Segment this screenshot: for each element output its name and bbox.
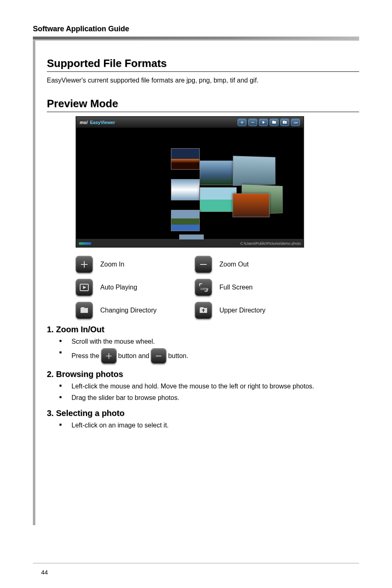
zoom-out-icon (195, 256, 212, 273)
text: button and (118, 351, 150, 361)
instr-bullet: Scroll with the mouse wheel. (71, 337, 359, 347)
legend-label-upper-directory: Upper Directory (219, 307, 265, 314)
legend-label-zoom-in: Zoom In (100, 261, 125, 268)
legend-label-changing-directory: Changing Directory (100, 307, 157, 314)
play-icon (76, 279, 93, 296)
fullscreen-icon[interactable]: 100% (291, 119, 300, 126)
thumbnail (171, 210, 200, 231)
thumbnail (171, 179, 200, 200)
text: button. (168, 351, 188, 361)
folder-up-icon (195, 302, 212, 319)
thumbnail (233, 156, 276, 186)
section-heading-preview: Preview Mode (47, 97, 359, 112)
zoom-in-icon (76, 256, 93, 273)
instr-bullet: Left-click on an image to select it. (71, 420, 359, 430)
thumbnail (200, 187, 237, 212)
screenshot-titlebar: msi EasyViewer 100% (76, 117, 303, 128)
thumbnail (171, 148, 200, 170)
zoom-out-icon[interactable] (248, 119, 257, 126)
section-heading-formats: Supported File Formats (47, 57, 359, 72)
screenshot-brand: msi (80, 120, 88, 125)
zoom-in-icon (101, 348, 117, 364)
text: Press the (71, 351, 99, 361)
header-divider (33, 37, 359, 41)
legend-label-zoom-out: Zoom Out (219, 261, 249, 268)
screenshot-toolbar: 100% (238, 119, 300, 126)
zoom-in-icon[interactable] (238, 119, 247, 126)
instr-bullet: Press the button and button. (71, 348, 359, 364)
fullscreen-icon: 100% (195, 279, 212, 296)
thumbnail (200, 161, 237, 185)
header-title: Software Application Guide (33, 25, 359, 33)
thumbnail (233, 193, 270, 217)
instr-bullet: Drag the slider bar to browse photos. (71, 393, 359, 403)
footer-divider (33, 563, 359, 563)
screenshot-app-name: EasyViewer (90, 120, 115, 125)
page-number: 44 (41, 569, 48, 576)
screenshot-path: C:\Users\Public\Pictures\demo photo (240, 241, 301, 246)
svg-text:100%: 100% (294, 122, 298, 124)
legend-label-full-screen: Full Screen (219, 284, 253, 291)
folder-icon (76, 302, 93, 319)
play-icon[interactable] (259, 119, 268, 126)
zoom-out-icon (151, 348, 166, 364)
slider-icon (79, 242, 91, 245)
button-legend: Zoom In Zoom Out Auto Playing (76, 256, 359, 319)
instr-heading-selecting: 3. Selecting a photo (47, 409, 359, 418)
screenshot-body (76, 128, 303, 239)
legend-label-auto-playing: Auto Playing (100, 284, 137, 291)
svg-text:100%: 100% (200, 287, 208, 291)
folder-up-icon[interactable] (280, 119, 289, 126)
instr-bullet: Left-click the mouse and hold. Move the … (71, 381, 359, 391)
screenshot-easyviewer: msi EasyViewer 100% (76, 116, 304, 248)
section-body-formats: EasyViewer's current supported file form… (47, 76, 359, 85)
instr-heading-zoom: 1. Zoom In/Out (47, 325, 359, 334)
folder-icon[interactable] (270, 119, 279, 126)
screenshot-statusbar: C:\Users\Public\Pictures\demo photo (76, 239, 303, 247)
instr-heading-browsing: 2. Browsing photos (47, 370, 359, 379)
